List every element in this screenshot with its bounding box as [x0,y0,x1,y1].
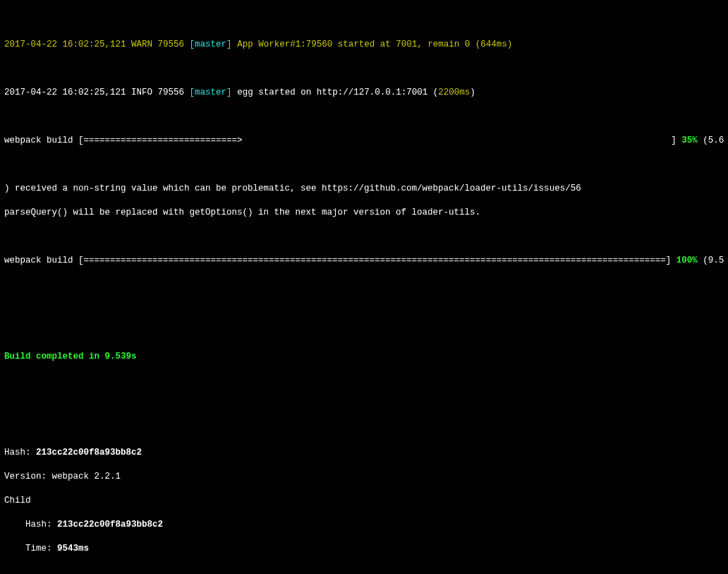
webpack-progress-line: webpack build [=========================… [4,255,724,267]
webpack-hash: Hash: 213cc22c00f8a93bb8c2 [4,447,724,459]
webpack-child-time: Time: 9543ms [4,543,724,555]
blank-line [4,303,724,315]
blank-line [4,399,724,411]
log-level: WARN [131,40,152,49]
progress-pct: 100% [677,256,698,265]
log-duration: 2200ms [438,88,470,97]
log-pid: 79556 [158,88,185,97]
webpack-version: Version: webpack 2.2.1 [4,471,724,483]
webpack-child: Child [4,495,724,507]
build-completed: Build completed in 9.539s [4,351,724,363]
log-level: INFO [131,88,152,97]
log-ctx: [master] [190,88,232,97]
log-msg: egg started on http://127.0.0.1:7001 ( [237,88,438,97]
deprecation-warning: ) received a non-string value which can … [4,183,724,195]
deprecation-warning: parseQuery() will be replaced with getOp… [4,207,724,219]
log-line: 2017-04-22 16:02:25,121 WARN 79556 [mast… [4,39,724,51]
progress-pct: 35% [681,136,698,145]
log-ts: 2017-04-22 16:02:25,121 [4,88,126,97]
log-pid: 79556 [158,40,185,49]
log-ctx: [master] [190,40,232,49]
webpack-child-hash: Hash: 213cc22c00f8a93bb8c2 [4,519,724,531]
log-line: 2017-04-22 16:02:25,121 INFO 79556 [mast… [4,87,724,99]
terminal-output: 2017-04-22 16:02:25,121 WARN 79556 [mast… [0,0,728,574]
log-msg: App Worker#1:79560 started at 7001, rema… [237,40,512,49]
log-ts: 2017-04-22 16:02:25,121 [4,40,126,49]
webpack-progress-line: webpack build [=========================… [4,135,724,147]
